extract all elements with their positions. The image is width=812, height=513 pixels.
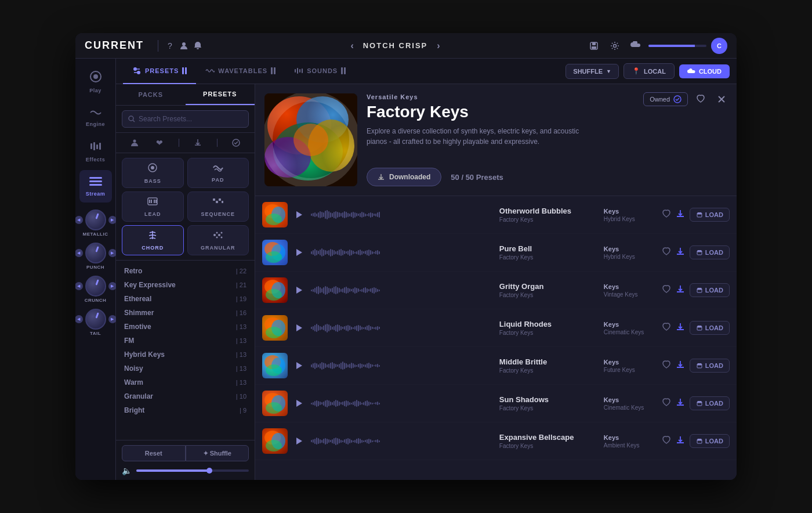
- preset-load-button[interactable]: LOAD: [690, 208, 730, 222]
- crunch-inc[interactable]: ▶: [108, 282, 117, 290]
- table-row[interactable]: Otherworld Bubbles Factory Keys Keys Hyb…: [255, 196, 737, 234]
- tag-item[interactable]: Warm | 13: [116, 375, 255, 389]
- category-lead[interactable]: LEAD: [122, 192, 184, 222]
- cloud-tab-button[interactable]: CLOUD: [679, 64, 730, 78]
- close-button[interactable]: [713, 91, 730, 107]
- preset-load-button[interactable]: LOAD: [690, 321, 730, 335]
- tag-item[interactable]: Shimmer | 16: [116, 306, 255, 320]
- tail-dec[interactable]: ◀: [75, 315, 83, 323]
- bell-button[interactable]: [191, 39, 205, 53]
- preset-heart-button[interactable]: [662, 360, 671, 371]
- crunch-knob[interactable]: [85, 276, 106, 297]
- preset-play-button[interactable]: [293, 435, 305, 447]
- downloaded-button[interactable]: Downloaded: [367, 168, 441, 186]
- save-button[interactable]: [586, 38, 602, 54]
- tag-item[interactable]: Hybrid Keys | 13: [116, 348, 255, 362]
- sidebar-item-engine[interactable]: Engine: [79, 100, 112, 133]
- table-row[interactable]: Pure Bell Factory Keys Keys Hybrid Keys: [255, 234, 737, 272]
- category-bass[interactable]: BASS: [122, 158, 184, 188]
- shuffle-button[interactable]: SHUFFLE ▼: [566, 64, 619, 79]
- tag-item[interactable]: FM | 13: [116, 334, 255, 348]
- sidebar-item-play[interactable]: Play: [79, 66, 112, 98]
- metallic-dec[interactable]: ◀: [75, 216, 83, 224]
- avatar[interactable]: C: [711, 38, 727, 54]
- preset-load-button[interactable]: LOAD: [690, 245, 730, 259]
- search-input[interactable]: [139, 115, 242, 123]
- table-row[interactable]: Sun Shadows Factory Keys Keys Cinematic …: [255, 385, 737, 422]
- preset-play-button[interactable]: [293, 247, 305, 258]
- shuffle-footer-button[interactable]: ✦ Shuffle: [186, 445, 249, 461]
- volume-slider[interactable]: [136, 469, 249, 472]
- sidebar-item-stream[interactable]: Stream: [79, 170, 112, 203]
- punch-inc[interactable]: ▶: [108, 249, 117, 257]
- table-row[interactable]: Expansive Bellscape Factory Keys Keys Am…: [255, 422, 737, 460]
- table-row[interactable]: Middle Brittle Factory Keys Keys Future …: [255, 347, 737, 385]
- tag-item[interactable]: Granular | 10: [116, 389, 255, 403]
- preset-download-button[interactable]: [676, 322, 685, 334]
- punch-knob[interactable]: [85, 243, 106, 263]
- next-button[interactable]: ›: [437, 41, 440, 51]
- preset-play-button[interactable]: [293, 322, 305, 334]
- prev-button[interactable]: ‹: [350, 41, 353, 51]
- tail-knob[interactable]: [85, 309, 106, 330]
- preset-heart-button[interactable]: [662, 398, 671, 409]
- preset-heart-button[interactable]: [662, 209, 671, 221]
- user-button[interactable]: [177, 39, 191, 53]
- reset-button[interactable]: Reset: [122, 445, 186, 461]
- preset-play-button[interactable]: [293, 398, 305, 409]
- tag-item[interactable]: Ethereal | 19: [116, 292, 255, 306]
- person-filter-icon[interactable]: [128, 136, 141, 149]
- metallic-inc[interactable]: ▶: [108, 216, 117, 224]
- panel-tab-presets[interactable]: PRESETS: [186, 84, 255, 105]
- waveform-bar: [370, 212, 371, 218]
- tab-sounds[interactable]: SOUNDS: [285, 59, 355, 84]
- table-row[interactable]: Gritty Organ Factory Keys Keys Vintage K…: [255, 272, 737, 309]
- check-filter-icon[interactable]: [230, 136, 242, 149]
- preset-play-button[interactable]: [293, 284, 305, 296]
- preset-download-button[interactable]: [676, 435, 685, 447]
- preset-heart-button[interactable]: [662, 285, 671, 296]
- metallic-knob[interactable]: [85, 209, 106, 230]
- preset-play-button[interactable]: [293, 209, 305, 221]
- header-heart-button[interactable]: [693, 91, 709, 107]
- tab-wavetables[interactable]: WAVETABLES: [196, 59, 285, 84]
- preset-download-button[interactable]: [676, 209, 685, 221]
- heart-filter-icon[interactable]: ❤: [153, 136, 166, 149]
- category-chord[interactable]: CHORD: [122, 225, 184, 255]
- preset-download-button[interactable]: [676, 398, 685, 409]
- panel-tab-packs[interactable]: PACKS: [116, 84, 186, 105]
- preset-download-button[interactable]: [676, 284, 685, 296]
- preset-heart-button[interactable]: [662, 247, 671, 258]
- preset-load-button[interactable]: LOAD: [690, 283, 730, 297]
- download-filter-icon[interactable]: [191, 136, 204, 149]
- cloud-button[interactable]: [628, 38, 644, 54]
- tab-presets[interactable]: PRESETS: [123, 59, 196, 84]
- settings-button[interactable]: [607, 38, 623, 54]
- crunch-dec[interactable]: ◀: [75, 282, 83, 290]
- waveform-bar: [328, 324, 329, 331]
- preset-load-button[interactable]: LOAD: [690, 359, 730, 373]
- preset-download-button[interactable]: [676, 247, 685, 258]
- help-button[interactable]: ?: [163, 39, 177, 53]
- tag-item[interactable]: Retro | 22: [116, 264, 255, 278]
- preset-heart-button[interactable]: [662, 323, 671, 334]
- tail-inc[interactable]: ▶: [108, 315, 117, 323]
- category-sequence[interactable]: SEQUENCE: [187, 192, 249, 222]
- table-row[interactable]: Liquid Rhodes Factory Keys Keys Cinemati…: [255, 309, 737, 347]
- volume-thumb[interactable]: [206, 468, 212, 474]
- preset-download-button[interactable]: [676, 360, 685, 371]
- preset-load-button[interactable]: LOAD: [690, 434, 730, 448]
- category-granular[interactable]: GRANULAR: [187, 225, 249, 255]
- preset-play-button[interactable]: [293, 360, 305, 371]
- preset-heart-button[interactable]: [662, 436, 671, 447]
- tag-item[interactable]: Emotive | 13: [116, 320, 255, 334]
- tag-item[interactable]: Noisy | 13: [116, 362, 255, 375]
- punch-dec[interactable]: ◀: [75, 249, 83, 257]
- tag-item[interactable]: Key Expressive | 21: [116, 278, 255, 292]
- category-pad[interactable]: PAD: [187, 158, 249, 188]
- sidebar-item-effects[interactable]: Effects: [79, 135, 112, 168]
- local-button[interactable]: 📍 LOCAL: [624, 63, 675, 79]
- preset-load-button[interactable]: LOAD: [690, 396, 730, 410]
- waveform-bar: [367, 250, 368, 255]
- tag-item[interactable]: Bright | 9: [116, 403, 255, 417]
